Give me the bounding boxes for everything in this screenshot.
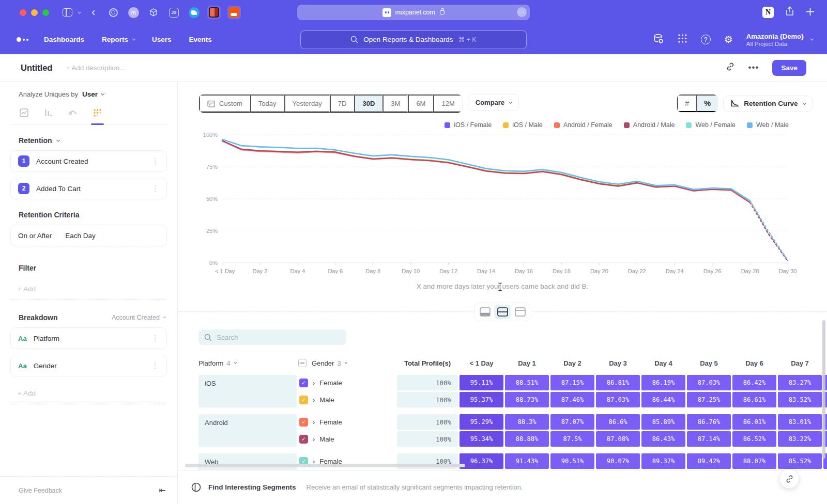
breakdown-add-button[interactable]: + Add: [10, 383, 167, 404]
tab-flows[interactable]: [67, 104, 79, 124]
minimize-window-icon[interactable]: [31, 9, 38, 16]
compare-button[interactable]: Compare: [468, 94, 519, 111]
chart-type-dropdown[interactable]: Retention Curve: [723, 96, 813, 112]
window-controls[interactable]: [20, 9, 49, 16]
close-window-icon[interactable]: [20, 9, 26, 16]
date-range-12m[interactable]: 12M: [433, 94, 462, 113]
retention-value-cell[interactable]: 88.88%: [505, 431, 549, 447]
retention-step-card[interactable]: 2Added To Cart⋮: [10, 178, 167, 199]
retention-value-cell[interactable]: 85.89%: [641, 414, 685, 430]
retention-value-cell[interactable]: 88.73%: [505, 392, 549, 407]
nav-item-events[interactable]: Events: [189, 36, 212, 43]
analyze-entity-dropdown[interactable]: User: [82, 90, 98, 98]
table-search[interactable]: [198, 329, 346, 345]
retention-value-cell[interactable]: 83.01%: [778, 414, 822, 430]
platform-cell[interactable]: iOS: [198, 375, 297, 407]
column-header-day[interactable]: Day 5: [687, 359, 731, 367]
column-header-day[interactable]: Day 1: [505, 359, 549, 367]
date-range-custom[interactable]: Custom: [199, 94, 250, 113]
mixpanel-logo[interactable]: [17, 37, 28, 42]
red-extension-icon[interactable]: [207, 6, 221, 19]
target-extension-icon[interactable]: [106, 6, 120, 19]
column-header-day[interactable]: Day 2: [550, 359, 594, 367]
notion-icon[interactable]: N: [762, 7, 774, 18]
breakdown-item-card[interactable]: AaGender⋮: [10, 355, 167, 376]
column-header-day[interactable]: < 1 Day: [460, 359, 503, 367]
retention-step-card[interactable]: 1Account Created⋮: [10, 150, 167, 172]
global-search-button[interactable]: Open Reports & Dashboards ⌘ + K: [300, 30, 527, 49]
chart-only-view-icon[interactable]: [477, 305, 493, 319]
gender-row-ios-male[interactable]: ✓›Male: [298, 392, 395, 407]
kebab-menu-icon[interactable]: ⋮: [151, 334, 159, 343]
retention-value-cell[interactable]: 87.15%: [550, 375, 594, 390]
js-extension-icon[interactable]: JS: [167, 6, 180, 19]
series-checkbox-checked[interactable]: ✓: [299, 396, 308, 404]
add-description-button[interactable]: + Add description...: [66, 64, 125, 72]
retention-value-cell[interactable]: 90.51%: [550, 453, 594, 469]
retention-value-cell[interactable]: 95.29%: [460, 414, 503, 430]
filter-add-button[interactable]: + Add: [10, 278, 167, 300]
save-button[interactable]: Save: [772, 60, 806, 76]
column-header-day[interactable]: Day 3: [596, 359, 640, 367]
retention-value-cell[interactable]: 86.6%: [596, 414, 640, 430]
more-options-icon[interactable]: •••: [748, 62, 759, 73]
retention-value-cell[interactable]: 87.07%: [550, 414, 594, 430]
gender-row-android-male[interactable]: ✓›Male: [298, 431, 395, 447]
retention-value-cell[interactable]: 83.27%: [778, 375, 822, 390]
copy-link-icon[interactable]: [726, 62, 735, 73]
gender-row-ios-female[interactable]: ✓›Female: [298, 375, 395, 390]
cube-extension-icon[interactable]: [147, 6, 160, 19]
retention-value-cell[interactable]: 85.52%: [778, 453, 822, 469]
retention-value-cell[interactable]: 86.42%: [732, 375, 776, 390]
share-icon[interactable]: [785, 6, 794, 19]
retention-value-cell[interactable]: 95.37%: [460, 392, 503, 407]
retention-value-cell[interactable]: 87.46%: [550, 392, 594, 407]
retention-value-cell[interactable]: 87.08%: [596, 431, 640, 447]
breakdown-scope-dropdown[interactable]: Account Created: [112, 314, 165, 321]
nav-item-users[interactable]: Users: [152, 36, 172, 43]
retention-value-cell[interactable]: 86.19%: [641, 375, 685, 390]
series-checkbox-checked[interactable]: ✓: [299, 418, 308, 427]
bird-extension-icon[interactable]: [187, 6, 201, 19]
url-bar[interactable]: mixpanel.com ⋯: [297, 5, 530, 20]
retention-value-cell[interactable]: 86.81%: [596, 375, 640, 390]
legend-item[interactable]: iOS / Female: [445, 121, 492, 129]
table-search-input[interactable]: [217, 334, 330, 341]
m-extension-icon[interactable]: m: [127, 6, 140, 19]
date-range-7d[interactable]: 7D: [330, 94, 355, 113]
table-only-view-icon[interactable]: [512, 305, 528, 319]
date-range-today[interactable]: Today: [250, 94, 284, 113]
legend-item[interactable]: Web / Male: [747, 121, 789, 129]
kebab-menu-icon[interactable]: ⋮: [151, 184, 159, 193]
retention-value-cell[interactable]: 83.52%: [778, 392, 822, 407]
url-more-icon[interactable]: ⋯: [517, 7, 527, 17]
criteria-each-day[interactable]: Each Day: [65, 232, 96, 240]
retention-value-cell[interactable]: 87.03%: [687, 375, 731, 390]
soundcloud-extension-icon[interactable]: [227, 6, 241, 19]
collapse-sidebar-icon[interactable]: ⇤: [159, 485, 166, 495]
percent-values-toggle[interactable]: %: [696, 94, 717, 112]
retention-value-cell[interactable]: 86.61%: [732, 392, 776, 407]
retention-value-cell[interactable]: 86.43%: [641, 431, 685, 447]
kebab-menu-icon[interactable]: ⋮: [151, 361, 159, 370]
retention-value-cell[interactable]: 95.34%: [460, 431, 503, 447]
apps-grid-icon[interactable]: [678, 34, 687, 45]
back-icon[interactable]: ‹: [91, 7, 95, 18]
kebab-menu-icon[interactable]: ⋮: [151, 156, 159, 166]
date-range-3m[interactable]: 3M: [382, 94, 408, 113]
zoom-window-icon[interactable]: [42, 9, 49, 16]
nav-item-dashboards[interactable]: Dashboards: [44, 36, 84, 43]
expand-row-icon[interactable]: ›: [313, 396, 315, 404]
retention-value-cell[interactable]: 87.03%: [596, 392, 640, 407]
share-link-button[interactable]: [779, 469, 799, 489]
tab-retention[interactable]: [92, 104, 103, 124]
nav-item-reports[interactable]: Reports: [102, 36, 134, 43]
retention-value-cell[interactable]: 89.37%: [641, 453, 685, 469]
select-all-checkbox[interactable]: [298, 359, 307, 367]
column-header-day[interactable]: Day 6: [732, 359, 776, 367]
settings-gear-icon[interactable]: ⚙: [724, 35, 733, 44]
legend-item[interactable]: Web / Female: [686, 121, 736, 129]
retention-value-cell[interactable]: 86.44%: [641, 392, 685, 407]
column-header-platform[interactable]: Platform4: [198, 359, 297, 367]
legend-item[interactable]: Android / Female: [554, 121, 612, 129]
